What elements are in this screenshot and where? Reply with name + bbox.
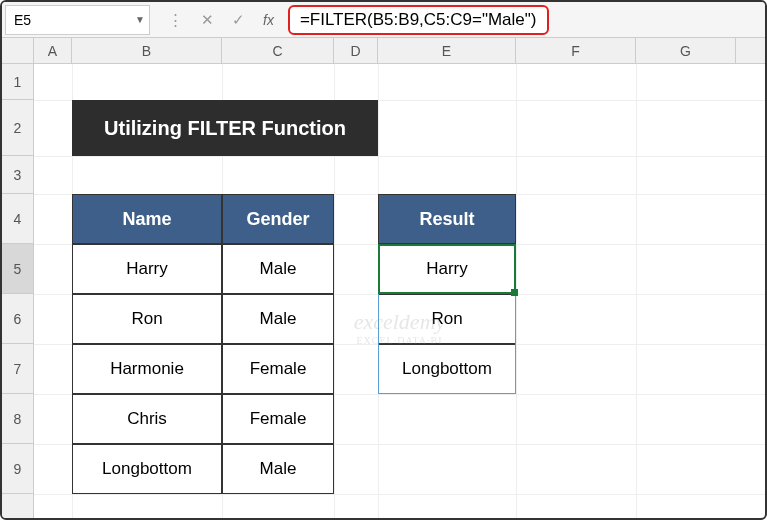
cell-gender[interactable]: Male [222,294,334,344]
table-row: Harmonie Female [72,344,334,394]
data-table: Name Gender Harry Male Ron Male Harmonie… [72,194,334,494]
col-header-D[interactable]: D [334,38,378,63]
row-header-4[interactable]: 4 [2,194,33,244]
formula-bar-buttons: ⋮ ✕ ✓ [150,11,263,29]
cell-name[interactable]: Longbottom [72,444,222,494]
row-header-1[interactable]: 1 [2,64,33,100]
table-row: Chris Female [72,394,334,444]
fx-icon[interactable]: fx [263,12,274,28]
table-row: Ron Male [72,294,334,344]
row-header-3[interactable]: 3 [2,156,33,194]
result-cell[interactable]: Longbottom [378,344,516,394]
cell-gender[interactable]: Female [222,394,334,444]
col-header-C[interactable]: C [222,38,334,63]
row-header-8[interactable]: 8 [2,394,33,444]
header-gender: Gender [222,194,334,244]
result-cell[interactable]: Ron [378,294,516,344]
spreadsheet-grid[interactable]: Utilizing FILTER Function Name Gender Ha… [34,64,765,518]
row-header-7[interactable]: 7 [2,344,33,394]
table-row: Harry Male [72,244,334,294]
row-headers: 1 2 3 4 5 6 7 8 9 [2,64,34,518]
row-header-9[interactable]: 9 [2,444,33,494]
row-header-5[interactable]: 5 [2,244,33,294]
cell-name[interactable]: Ron [72,294,222,344]
name-box-value: E5 [14,12,31,28]
page-title: Utilizing FILTER Function [72,100,378,156]
cell-gender[interactable]: Male [222,444,334,494]
cell-name[interactable]: Harmonie [72,344,222,394]
header-name: Name [72,194,222,244]
confirm-icon[interactable]: ✓ [232,11,245,29]
result-cell[interactable]: Harry [378,244,516,294]
cancel-icon[interactable]: ✕ [201,11,214,29]
col-header-E[interactable]: E [378,38,516,63]
formula-edit-icon[interactable]: ⋮ [168,11,183,29]
row-header-2[interactable]: 2 [2,100,33,156]
col-header-A[interactable]: A [34,38,72,63]
formula-bar: E5 ▼ ⋮ ✕ ✓ fx =FILTER(B5:B9,C5:C9="Male"… [2,2,765,38]
select-all-corner[interactable] [2,38,34,63]
col-header-B[interactable]: B [72,38,222,63]
table-row: Longbottom Male [72,444,334,494]
col-header-G[interactable]: G [636,38,736,63]
cell-name[interactable]: Chris [72,394,222,444]
result-table: Result Harry Ron Longbottom [378,194,516,394]
row-header-6[interactable]: 6 [2,294,33,344]
cell-name[interactable]: Harry [72,244,222,294]
col-header-F[interactable]: F [516,38,636,63]
name-box-dropdown-icon[interactable]: ▼ [135,14,145,25]
header-result: Result [378,194,516,244]
cell-gender[interactable]: Male [222,244,334,294]
name-box[interactable]: E5 ▼ [5,5,150,35]
cell-gender[interactable]: Female [222,344,334,394]
column-headers: A B C D E F G [2,38,765,64]
formula-input[interactable]: =FILTER(B5:B9,C5:C9="Male") [288,5,549,35]
